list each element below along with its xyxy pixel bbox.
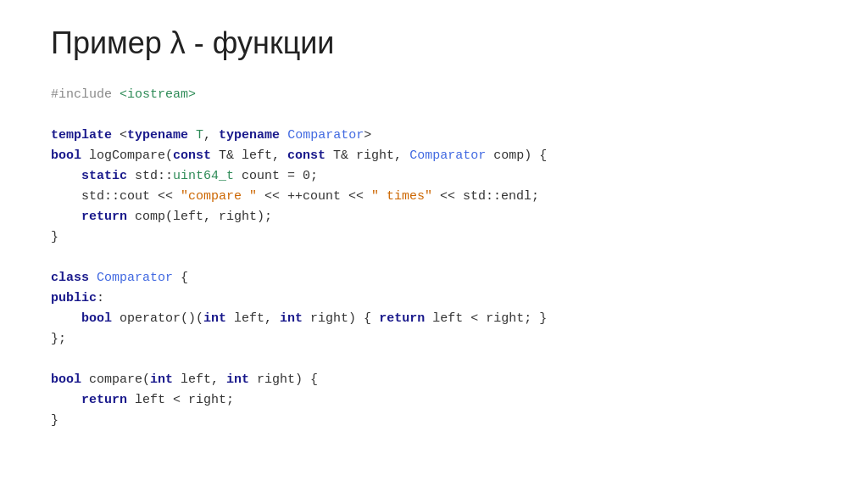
bool-compare-line: bool compare(int left, int right) { [51, 370, 826, 390]
close-brace-1: } [51, 227, 826, 248]
public-line: public: [51, 288, 826, 309]
close-class-line: }; [51, 329, 826, 350]
template-line: template <typename T, typename Comparato… [51, 126, 826, 146]
bool-log-line: bool logCompare(const T& left, const T& … [51, 146, 826, 166]
class-line: class Comparator { [51, 268, 826, 288]
operator-line: bool operator()(int left, int right) { r… [51, 309, 826, 329]
code-block: #include <iostream> template <typename T… [51, 85, 826, 431]
close-brace-2: } [51, 411, 826, 431]
return-comp-line: return comp(left, right); [51, 207, 826, 227]
cout-line: std::cout << "compare " << ++count << " … [51, 187, 826, 207]
page-title: Пример λ - функции [51, 25, 826, 61]
include-line: #include <iostream> [51, 85, 826, 105]
return-left-line: return left < right; [51, 390, 826, 411]
static-line: static std::uint64_t count = 0; [51, 166, 826, 187]
